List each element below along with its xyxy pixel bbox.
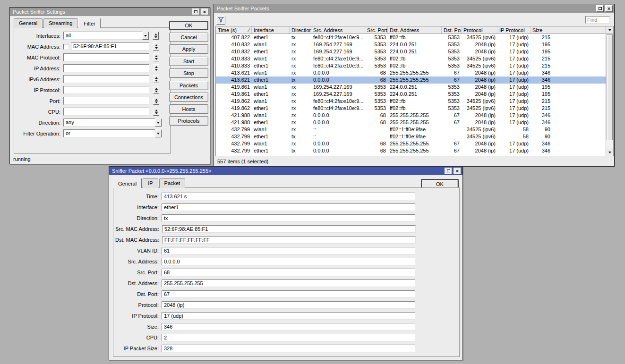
text-field[interactable]: 68 bbox=[162, 269, 415, 276]
text-field[interactable]: 0.0.0.0 bbox=[162, 258, 415, 265]
dropdown-button[interactable] bbox=[155, 119, 162, 127]
packet-row[interactable]: 419.862ether1rxfe80::cf4:2fa:e10e:9...53… bbox=[216, 105, 606, 112]
packets-button[interactable]: Packets bbox=[169, 81, 208, 90]
hosts-button[interactable]: Hosts bbox=[169, 104, 208, 114]
apply-button[interactable]: Apply bbox=[169, 44, 208, 54]
text-field[interactable]: 52:6F:98:AE:85:F1 bbox=[162, 225, 416, 233]
column-header-src-address[interactable]: Src. Address bbox=[311, 26, 365, 34]
packet-row[interactable]: 410.832ether1rx169.254.227.1695353224.0.… bbox=[216, 48, 606, 55]
ok-button[interactable]: OK bbox=[169, 21, 208, 30]
packet-row[interactable]: 432.799ether1tx0.0.0.068255.255.255.2556… bbox=[216, 147, 606, 154]
tab-filter[interactable]: Filter bbox=[78, 18, 100, 28]
dropdown-button[interactable] bbox=[155, 129, 162, 137]
scroll-down-button[interactable] bbox=[606, 149, 613, 156]
titlebar[interactable]: Packet Sniffer Settings × bbox=[10, 8, 210, 16]
column-header-dst-address[interactable]: Dst. Address bbox=[388, 26, 442, 34]
column-header-time-s[interactable]: Time (s)/ bbox=[216, 26, 252, 34]
titlebar[interactable]: Packet Sniffer Packets × bbox=[214, 4, 614, 13]
text-field[interactable]: 61 bbox=[162, 247, 415, 254]
text-field[interactable]: 346 bbox=[162, 323, 415, 330]
updown-spinner[interactable] bbox=[153, 75, 159, 83]
updown-spinner[interactable] bbox=[153, 53, 159, 61]
field-label: MAC Address: bbox=[15, 44, 60, 50]
text-field[interactable]: 413.621 s bbox=[162, 193, 415, 200]
updown-spinner[interactable] bbox=[153, 64, 159, 72]
scrollbar-thumb[interactable] bbox=[607, 34, 613, 140]
updown-spinner[interactable] bbox=[153, 108, 159, 116]
updown-spinner[interactable] bbox=[153, 32, 159, 40]
text-field[interactable]: 328 bbox=[162, 345, 415, 352]
column-header-interface[interactable]: Interface bbox=[252, 26, 290, 34]
stop-button[interactable]: Stop bbox=[169, 68, 208, 78]
column-header-src-port[interactable]: Src. Port bbox=[365, 26, 388, 34]
text-field[interactable]: FF:FF:FF:FF:FF:FF bbox=[162, 236, 416, 244]
text-field[interactable] bbox=[63, 64, 149, 72]
packet-row[interactable]: 432.799ether1tx::ff02::1:ff0e:9fae34525 … bbox=[216, 133, 606, 140]
close-button[interactable]: × bbox=[454, 168, 461, 174]
tab-general[interactable]: General bbox=[113, 178, 142, 188]
detail-row: Interface:ether1 bbox=[113, 202, 459, 212]
packet-row[interactable]: 432.799wlan1rx0.0.0.068255.255.255.25567… bbox=[216, 140, 606, 147]
text-field[interactable]: 2 bbox=[162, 334, 415, 341]
column-config-button[interactable] bbox=[606, 26, 613, 34]
tab-streaming[interactable]: Streaming bbox=[43, 18, 77, 28]
column-header-label: Size bbox=[532, 27, 542, 33]
tab-general[interactable]: General bbox=[14, 18, 43, 28]
text-field[interactable]: 255.255.255.255 bbox=[162, 279, 415, 287]
restore-button[interactable] bbox=[192, 8, 199, 15]
text-field[interactable]: tx bbox=[162, 214, 415, 222]
packet-row[interactable]: 432.799wlan1rx::ff02::1:ff0e:9fae34525 (… bbox=[216, 126, 606, 133]
text-field[interactable]: 67 bbox=[162, 290, 415, 298]
column-header-direction[interactable]: Direction bbox=[290, 26, 311, 34]
start-button[interactable]: Start bbox=[169, 57, 208, 66]
column-header-protocol[interactable]: Protocol bbox=[462, 26, 497, 34]
packet-row[interactable]: 413.621wlan1rx0.0.0.068255.255.255.25567… bbox=[216, 69, 606, 76]
cell-dst-port: 5353 bbox=[442, 34, 462, 41]
packet-row[interactable]: 410.833wlan1rxfe80::cf4:2fa:e10e:9...535… bbox=[216, 55, 606, 62]
tab-packet[interactable]: Packet bbox=[159, 178, 186, 188]
updown-spinner[interactable] bbox=[153, 86, 159, 94]
dropdown-button[interactable] bbox=[142, 32, 149, 40]
text-field[interactable] bbox=[63, 86, 149, 94]
text-field[interactable]: all bbox=[63, 32, 143, 40]
column-header-dst-port[interactable]: Dst. Port bbox=[442, 26, 462, 34]
text-field[interactable]: 2048 (ip) bbox=[162, 301, 415, 309]
packet-row[interactable]: 410.832wlan1rx169.254.227.1695353224.0.0… bbox=[216, 41, 606, 48]
close-button[interactable]: × bbox=[201, 8, 208, 15]
packet-row[interactable]: 413.621ether1tx0.0.0.068255.255.255.2556… bbox=[216, 76, 606, 84]
packet-row[interactable]: 419.861wlan1rx169.254.227.1695353224.0.0… bbox=[216, 84, 606, 91]
packet-row[interactable]: 421.988ether1rx0.0.0.068255.255.255.2556… bbox=[216, 119, 606, 126]
restore-button[interactable] bbox=[445, 168, 452, 174]
restore-button[interactable] bbox=[596, 5, 604, 12]
packet-row[interactable]: 419.861ether1rx169.254.227.1695353224.0.… bbox=[216, 91, 606, 98]
text-field[interactable]: or bbox=[63, 129, 155, 137]
titlebar[interactable]: Sniffer Packet <0.0.0.0->255.255.255.255… bbox=[109, 167, 462, 175]
connections-button[interactable]: Connections bbox=[169, 93, 208, 102]
text-field[interactable]: 52:6F:98:AE:85:F1 bbox=[71, 42, 149, 51]
tab-ip[interactable]: IP bbox=[143, 178, 158, 188]
column-header-ip-protocol[interactable]: IP Protocol bbox=[497, 26, 531, 34]
updown-spinner[interactable] bbox=[153, 42, 159, 51]
filter-button[interactable] bbox=[216, 16, 225, 25]
cancel-button[interactable]: Cancel bbox=[169, 33, 208, 42]
text-field[interactable] bbox=[63, 108, 149, 116]
checkbox[interactable] bbox=[63, 44, 69, 50]
protocols-button[interactable]: Protocols bbox=[169, 116, 208, 126]
scrollbar-track[interactable] bbox=[606, 34, 613, 149]
packet-row[interactable]: 419.862wlan1rxfe80::cf4:2fa:e10e:9...535… bbox=[216, 98, 606, 105]
packet-row[interactable]: 410.833ether1rxfe80::cf4:2fa:e10e:9...53… bbox=[216, 62, 606, 69]
column-header-size[interactable]: Size bbox=[531, 26, 552, 34]
find-input[interactable] bbox=[585, 16, 610, 24]
text-field[interactable]: 17 (udp) bbox=[162, 312, 415, 320]
vertical-scrollbar[interactable] bbox=[606, 26, 613, 156]
text-field[interactable]: any bbox=[63, 119, 155, 127]
text-field[interactable] bbox=[63, 53, 149, 61]
packet-row[interactable]: 407.822ether1txfe80::cf4:2fa:e10e:9...53… bbox=[216, 34, 606, 41]
text-field[interactable]: ether1 bbox=[162, 203, 415, 211]
packet-row[interactable]: 421.988wlan1rx0.0.0.068255.255.255.25567… bbox=[216, 112, 606, 119]
detail-row: Dst. Port:67 bbox=[113, 288, 459, 299]
text-field[interactable] bbox=[63, 97, 149, 105]
updown-spinner[interactable] bbox=[153, 97, 159, 105]
text-field[interactable] bbox=[63, 75, 149, 83]
close-button[interactable]: × bbox=[605, 5, 613, 12]
